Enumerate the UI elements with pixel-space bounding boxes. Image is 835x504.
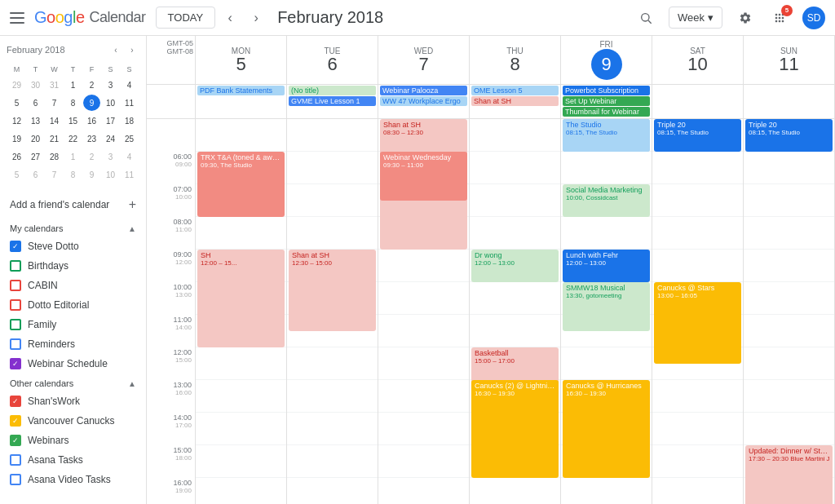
calendar-checkbox[interactable]: [10, 241, 21, 252]
calendar-checkbox[interactable]: [10, 396, 21, 407]
day-number[interactable]: 10: [687, 55, 707, 73]
calendar-item[interactable]: Webinars: [0, 431, 146, 450]
allday-event[interactable]: GVME Live Lesson 1: [289, 96, 376, 106]
mini-cal-day[interactable]: 10: [102, 166, 119, 183]
calendar-item[interactable]: Dotto Editorial: [0, 295, 146, 315]
event-block[interactable]: Social Media Marketing10:00, Cossidcast: [563, 184, 650, 217]
day-number[interactable]: 8: [510, 55, 519, 73]
allday-event[interactable]: Webinar Palooza: [380, 86, 467, 95]
allday-event[interactable]: Thumbnail for Webinar: [563, 107, 650, 117]
day-number[interactable]: 11: [779, 55, 798, 73]
event-block[interactable]: Updated: Dinner w/ Steve & Shannon17:30 …: [745, 445, 833, 504]
mini-cal-day[interactable]: 3: [102, 148, 119, 165]
event-block[interactable]: Shan at SH12:30 – 15:00: [289, 250, 376, 331]
mini-cal-day[interactable]: 5: [8, 166, 25, 183]
mini-cal-day[interactable]: 3: [102, 77, 119, 93]
calendar-item[interactable]: Family: [0, 315, 146, 334]
mini-cal-day[interactable]: 18: [121, 113, 138, 129]
prev-arrow[interactable]: ‹: [219, 7, 241, 29]
mini-cal-day[interactable]: 14: [46, 113, 63, 129]
calendar-checkbox[interactable]: [10, 299, 21, 311]
event-block[interactable]: Triple 2008:15, The Studio: [654, 119, 741, 152]
mini-cal-day[interactable]: 2: [83, 77, 100, 93]
today-button[interactable]: TODAY: [156, 7, 216, 29]
mini-cal-day[interactable]: 8: [64, 166, 82, 183]
mini-cal-day[interactable]: 23: [83, 130, 100, 147]
event-block[interactable]: Canucks @ Stars13:00 – 16:05: [654, 282, 741, 364]
allday-event[interactable]: PDF Bank Statements: [197, 86, 285, 95]
mini-cal-day[interactable]: 13: [27, 113, 44, 129]
calendar-item[interactable]: Webinar Schedule: [0, 354, 146, 374]
mini-cal-day[interactable]: 6: [27, 95, 44, 111]
apps-icon[interactable]: 5: [768, 7, 791, 29]
calendar-item[interactable]: Shan'sWork: [0, 391, 146, 411]
calendar-item[interactable]: Steve Dotto: [0, 237, 146, 256]
mini-cal-day[interactable]: 5: [8, 95, 25, 111]
mini-cal-day[interactable]: 12: [8, 113, 25, 129]
search-icon[interactable]: [634, 7, 657, 29]
mini-cal-day[interactable]: 30: [27, 77, 44, 93]
mini-cal-day[interactable]: 6: [27, 166, 44, 183]
mini-cal-day[interactable]: 31: [46, 77, 63, 93]
event-block[interactable]: Lunch with Fehr12:00 – 13:00: [563, 250, 650, 282]
mini-cal-day[interactable]: 25: [121, 130, 138, 147]
mini-cal-day[interactable]: 16: [83, 113, 100, 129]
mini-cal-day[interactable]: 15: [64, 113, 82, 129]
mini-cal-day[interactable]: 10: [102, 95, 119, 111]
event-block[interactable]: TRX T&A (toned & awes...09:30, The Studi…: [197, 152, 285, 217]
mini-cal-day[interactable]: 22: [64, 130, 82, 147]
calendar-item[interactable]: CABIN: [0, 276, 146, 295]
mini-cal-day[interactable]: 2: [83, 148, 100, 165]
event-block[interactable]: SMMW18 Musical13:30, gotomeeting: [563, 282, 650, 331]
day-number[interactable]: 7: [418, 55, 428, 73]
mini-cal-day[interactable]: 29: [8, 77, 25, 93]
event-block[interactable]: Webinar Wednesday09:30 – 11:00: [380, 152, 467, 201]
view-selector[interactable]: Week ▾: [669, 7, 722, 29]
mini-cal-day[interactable]: 9: [83, 95, 100, 111]
mini-cal-day[interactable]: 9: [83, 166, 100, 183]
calendar-item[interactable]: Asana Tasks: [0, 450, 146, 470]
mini-cal-day[interactable]: 26: [8, 148, 25, 165]
mini-cal-day[interactable]: 8: [64, 95, 82, 111]
event-block[interactable]: Canucks @ Hurricanes16:30 – 19:30: [563, 380, 650, 478]
mini-cal-day[interactable]: 28: [46, 148, 63, 165]
day-number[interactable]: 6: [327, 55, 337, 73]
allday-event[interactable]: Set Up Webinar: [563, 96, 650, 106]
event-block[interactable]: SH12:00 – 15...: [197, 250, 285, 347]
allday-event[interactable]: Shan at SH: [471, 96, 559, 106]
calendar-item[interactable]: Reminders: [0, 334, 146, 354]
mini-cal-day[interactable]: 24: [102, 130, 119, 147]
settings-icon[interactable]: [734, 7, 757, 29]
allday-event[interactable]: Powerbot Subscription: [563, 86, 650, 95]
next-arrow[interactable]: ›: [245, 7, 267, 29]
mini-cal-day[interactable]: 11: [121, 166, 138, 183]
calendar-checkbox[interactable]: [10, 280, 21, 291]
mini-cal-day[interactable]: 1: [64, 148, 82, 165]
allday-event[interactable]: (No title): [289, 86, 376, 95]
other-calendars-section[interactable]: Other calendars ▲: [0, 374, 146, 391]
calendar-item[interactable]: Vancouver Canucks: [0, 411, 146, 431]
event-block[interactable]: Canucks (2) @ Lightning (5)16:30 – 19:30: [471, 380, 559, 478]
mini-prev-btn[interactable]: ‹: [108, 42, 123, 57]
mini-cal-day[interactable]: 7: [46, 95, 63, 111]
mini-cal-day[interactable]: 1: [64, 77, 82, 93]
calendar-checkbox[interactable]: [10, 415, 21, 427]
mini-cal-day[interactable]: 4: [121, 77, 138, 93]
calendar-checkbox[interactable]: [10, 260, 21, 272]
calendar-checkbox[interactable]: [10, 454, 21, 466]
calendar-checkbox[interactable]: [10, 435, 21, 446]
mini-cal-day[interactable]: 21: [46, 130, 63, 147]
avatar[interactable]: SD: [802, 7, 825, 29]
my-calendars-section[interactable]: My calendars ▲: [0, 219, 146, 237]
menu-icon[interactable]: [10, 12, 24, 24]
calendar-checkbox[interactable]: [10, 358, 21, 369]
event-block[interactable]: Triple 2008:15, The Studio: [745, 119, 833, 152]
mini-cal-day[interactable]: 19: [8, 130, 25, 147]
mini-cal-day[interactable]: 7: [46, 166, 63, 183]
day-number[interactable]: 9: [591, 49, 622, 80]
calendar-item[interactable]: Birthdays: [0, 256, 146, 276]
allday-event[interactable]: OME Lesson 5: [471, 86, 559, 95]
mini-next-btn[interactable]: ›: [125, 42, 139, 57]
day-number[interactable]: 5: [236, 55, 245, 73]
allday-event[interactable]: WW 47 Workplace Ergo: [380, 96, 467, 106]
